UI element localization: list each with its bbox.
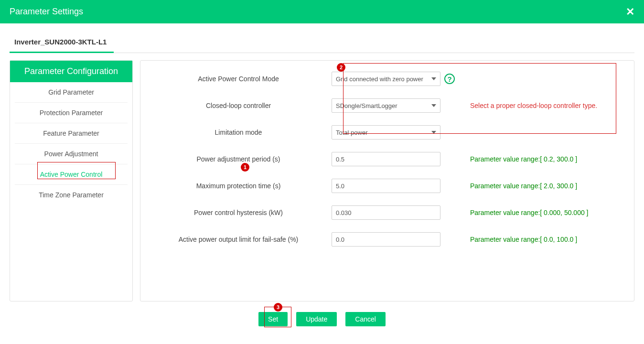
- label-apcm: Active Power Control Mode: [145, 75, 332, 83]
- row-closed-loop-controller: Closed-loop controller SDongle/SmartLogg…: [145, 92, 624, 119]
- chevron-down-icon: [431, 104, 436, 107]
- chevron-down-icon: [431, 131, 436, 134]
- label-pch: Power control hysteresis (kW): [145, 209, 332, 216]
- label-apolfs: Active power output limit for fail-safe …: [145, 236, 332, 243]
- label-lim: Limitation mode: [145, 129, 332, 136]
- select-lim-value: Total power: [336, 129, 367, 136]
- row-power-adjustment-period: Power adjustment period (s) 0.5 Paramete…: [145, 146, 624, 172]
- main-panel: Active Power Control Mode Grid connected…: [140, 60, 634, 301]
- label-mpt: Maximum protection time (s): [145, 182, 332, 190]
- tab-inverter[interactable]: Inverter_SUN2000-3KTL-L1: [10, 33, 114, 53]
- row-power-control-hysteresis: Power control hysteresis (kW) 0.030 Para…: [145, 199, 624, 226]
- row-maximum-protection-time: Maximum protection time (s) 5.0 Paramete…: [145, 172, 624, 199]
- hint-apolfs: Parameter value range:[ 0.0, 100.0 ]: [456, 236, 624, 243]
- help-icon[interactable]: ?: [444, 74, 455, 84]
- input-apolfs[interactable]: 0.0: [332, 232, 440, 247]
- hint-pap: Parameter value range:[ 0.2, 300.0 ]: [456, 155, 624, 163]
- input-pap-value: 0.5: [336, 156, 344, 163]
- select-apcm[interactable]: Grid connected with zero power: [332, 72, 440, 86]
- label-clc: Closed-loop controller: [145, 102, 332, 109]
- select-clc-value: SDongle/SmartLogger: [336, 102, 397, 109]
- cancel-button[interactable]: Cancel: [345, 312, 386, 326]
- sidebar-item-grid-parameter[interactable]: Grid Parameter: [15, 82, 128, 102]
- input-pch-value: 0.030: [336, 209, 352, 216]
- label-pap: Power adjustment period (s): [145, 155, 332, 163]
- hint-pch: Parameter value range:[ 0.000, 50.000 ]: [456, 209, 624, 216]
- set-button[interactable]: Set: [258, 312, 288, 326]
- sidebar-item-feature-parameter[interactable]: Feature Parameter: [15, 123, 128, 143]
- annotation-badge-2: 2: [337, 63, 345, 72]
- sidebar-item-time-zone-parameter[interactable]: Time Zone Parameter: [15, 184, 128, 205]
- input-pch[interactable]: 0.030: [332, 205, 440, 220]
- sidebar-header: Parameter Configuration: [10, 61, 132, 82]
- header-bar: Parameter Settings ✕: [0, 0, 644, 23]
- tab-bar: Inverter_SUN2000-3KTL-L1: [10, 33, 634, 53]
- row-active-power-output-limit-failsafe: Active power output limit for fail-safe …: [145, 226, 624, 253]
- hint-clc: Select a proper closed-loop controller t…: [456, 102, 624, 109]
- row-active-power-control-mode: Active Power Control Mode Grid connected…: [145, 65, 624, 92]
- sidebar-item-power-adjustment[interactable]: Power Adjustment: [15, 143, 128, 164]
- input-mpt-value: 5.0: [336, 183, 344, 190]
- row-limitation-mode: Limitation mode Total power: [145, 119, 624, 146]
- input-pap[interactable]: 0.5: [332, 152, 440, 166]
- annotation-badge-3: 3: [274, 303, 282, 312]
- button-row: Set Update Cancel: [0, 312, 644, 326]
- header-title: Parameter Settings: [10, 7, 83, 17]
- select-clc[interactable]: SDongle/SmartLogger: [332, 98, 440, 113]
- sidebar-item-active-power-control[interactable]: Active Power Control: [15, 164, 128, 184]
- sidebar-item-protection-parameter[interactable]: Protection Parameter: [15, 102, 128, 123]
- input-apolfs-value: 0.0: [336, 236, 344, 243]
- update-button[interactable]: Update: [296, 312, 337, 326]
- select-apcm-value: Grid connected with zero power: [336, 75, 423, 83]
- chevron-down-icon: [431, 77, 436, 80]
- annotation-badge-1: 1: [241, 163, 249, 172]
- close-icon[interactable]: ✕: [626, 6, 634, 18]
- sidebar: Parameter Configuration Grid Parameter P…: [10, 60, 133, 301]
- select-lim[interactable]: Total power: [332, 125, 440, 140]
- hint-mpt: Parameter value range:[ 2.0, 300.0 ]: [456, 182, 624, 190]
- input-mpt[interactable]: 5.0: [332, 179, 440, 193]
